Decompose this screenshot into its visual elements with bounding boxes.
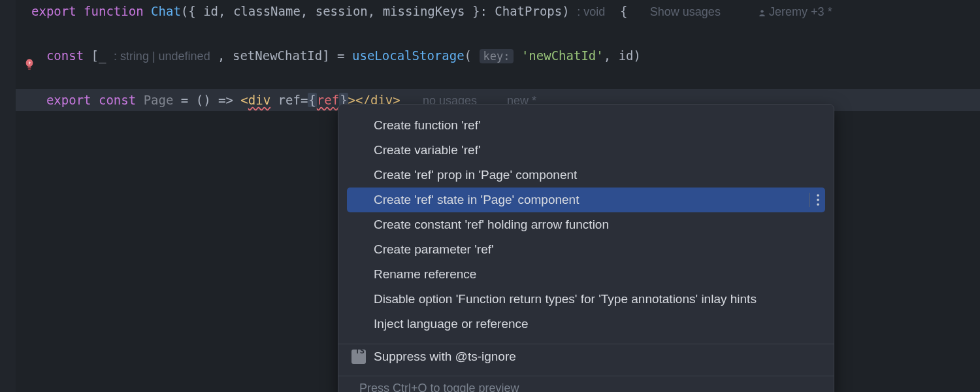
identifier: Page: [144, 93, 174, 107]
type-name: ChatProps: [495, 4, 562, 18]
intention-item[interactable]: Create 'ref' prop in 'Page' component: [338, 163, 834, 188]
intention-item-suppress[interactable]: TS Suppress with @ts-ignore: [338, 344, 834, 369]
jsx-tag: div: [248, 93, 270, 107]
intention-item[interactable]: Create variable 'ref': [338, 138, 834, 163]
code-line[interactable]: export function Chat({ id, className, se…: [16, 0, 980, 22]
code-editor[interactable]: export function Chat({ id, className, se…: [16, 0, 980, 111]
divider: [809, 193, 810, 207]
usages-hint[interactable]: Show usages: [650, 5, 721, 18]
intention-item-selected[interactable]: Create 'ref' state in 'Page' component: [347, 188, 825, 212]
code-line[interactable]: [16, 22, 980, 44]
inlay-type: : string | undefined: [114, 50, 210, 63]
keyword: const: [46, 48, 84, 63]
keyword: export: [46, 93, 91, 107]
svg-point-4: [817, 194, 819, 197]
intention-bulb-icon[interactable]: [24, 57, 35, 72]
author-hint[interactable]: Jeremy +3 *: [758, 5, 832, 18]
intention-item[interactable]: Create constant 'ref' holding arrow func…: [338, 212, 834, 237]
function-name: Chat: [151, 4, 181, 18]
intention-item[interactable]: Create parameter 'ref': [338, 237, 834, 262]
code-line[interactable]: const [_ : string | undefined , setNewCh…: [16, 44, 980, 67]
typescript-icon: TS: [351, 350, 366, 364]
svg-rect-3: [28, 69, 31, 70]
svg-rect-2: [27, 67, 31, 68]
keyword: const: [99, 93, 136, 107]
svg-point-0: [760, 10, 763, 12]
inlay-return-type: : void: [577, 5, 605, 18]
intention-actions-popup: Create function 'ref' Create variable 'r…: [338, 104, 834, 392]
vertical-dots-icon: [817, 194, 819, 206]
intention-item[interactable]: Inject language or reference: [338, 312, 834, 336]
code-line[interactable]: [16, 67, 980, 89]
string-literal: 'newChatId': [521, 48, 604, 63]
user-icon: [758, 2, 766, 24]
keyword: export: [31, 4, 76, 18]
keyword: function: [84, 4, 144, 18]
editor-gutter: [0, 0, 16, 392]
params: ({ id, className, session, missingKeys }…: [181, 4, 495, 18]
function-call: useLocalStorage: [352, 48, 465, 63]
intention-item[interactable]: Create function 'ref': [338, 113, 834, 138]
jsx-attr: ref: [270, 93, 301, 107]
error-identifier: ref: [317, 93, 339, 107]
brace-match: {: [308, 93, 316, 107]
inlay-param-name: key:: [480, 49, 514, 63]
intention-item[interactable]: Rename reference: [338, 262, 834, 287]
svg-point-5: [817, 199, 819, 201]
more-actions-button[interactable]: [809, 193, 819, 207]
popup-footer-hint: Press Ctrl+Q to toggle preview: [338, 376, 834, 392]
svg-point-6: [817, 203, 819, 206]
intention-item[interactable]: Disable option 'Function return types' f…: [338, 287, 834, 312]
